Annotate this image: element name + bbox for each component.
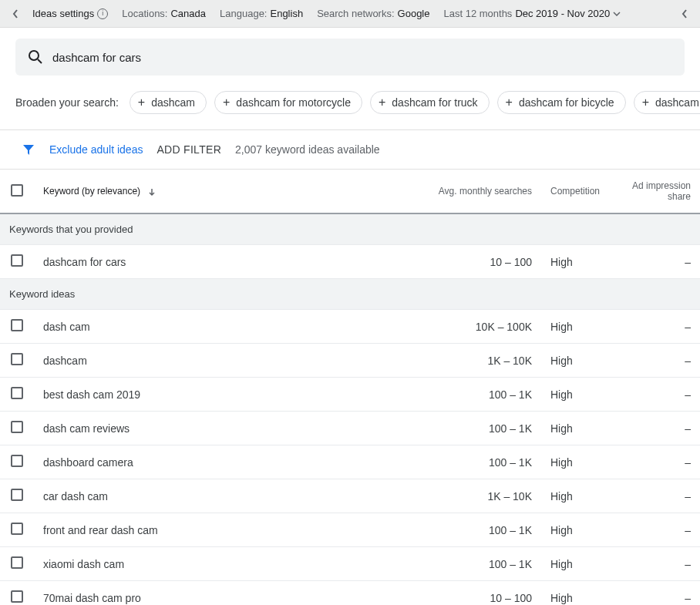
keyword-cell: dashcam for cars [34, 245, 421, 279]
impression-cell: – [615, 445, 700, 479]
locations-label: Locations: [122, 8, 167, 19]
competition-cell: High [541, 245, 615, 279]
competition-cell: High [541, 310, 615, 344]
impression-cell: – [615, 310, 700, 344]
networks-value: Google [398, 8, 430, 19]
searches-cell: 100 – 1K [421, 378, 541, 412]
competition-cell: High [541, 445, 615, 479]
table-row[interactable]: dashboard camera100 – 1KHigh– [0, 445, 700, 479]
svg-point-0 [29, 51, 39, 60]
table-row[interactable]: car dash cam1K – 10KHigh– [0, 479, 700, 513]
searches-cell: 100 – 1K [421, 547, 541, 581]
plus-icon: + [138, 96, 145, 109]
svg-line-1 [38, 59, 42, 63]
filter-icon[interactable] [22, 143, 35, 156]
row-checkbox[interactable] [11, 421, 23, 433]
table-section-header: Keywords that you provided [0, 213, 700, 245]
broaden-chip[interactable]: +dashcam for bicycle [497, 91, 626, 114]
back-button[interactable] [5, 3, 26, 25]
sort-down-icon[interactable] [147, 187, 156, 197]
language-selector[interactable]: Language: English [220, 8, 303, 19]
collapse-right-button[interactable] [674, 3, 695, 25]
date-range-selector[interactable]: Last 12 months Dec 2019 - Nov 2020 [443, 8, 621, 19]
searches-cell: 100 – 1K [421, 445, 541, 479]
locations-selector[interactable]: Locations: Canada [122, 8, 206, 19]
plus-icon: + [379, 96, 385, 109]
impression-header[interactable]: Ad impression share [632, 180, 691, 202]
searches-cell: 100 – 1K [421, 513, 541, 547]
row-checkbox[interactable] [11, 455, 23, 467]
ideas-settings-label: Ideas settings [32, 8, 94, 19]
chip-label: dashcam for bicycle [519, 96, 614, 109]
exclude-adult-link[interactable]: Exclude adult ideas [49, 143, 143, 156]
broaden-chip[interactable]: +dashcam for motorcycle [214, 91, 362, 114]
filter-bar: Exclude adult ideas ADD FILTER 2,007 key… [0, 130, 700, 170]
table-row[interactable]: best dash cam 2019100 – 1KHigh– [0, 378, 700, 412]
table-row[interactable]: xiaomi dash cam100 – 1KHigh– [0, 547, 700, 581]
search-input[interactable] [52, 51, 672, 64]
competition-cell: High [541, 412, 615, 445]
competition-cell: High [541, 547, 615, 581]
broaden-chip[interactable]: +dashcam for van [634, 91, 700, 114]
date-period-label: Last 12 months [443, 8, 512, 19]
impression-cell: – [615, 513, 700, 547]
competition-cell: High [541, 513, 615, 547]
networks-selector[interactable]: Search networks: Google [317, 8, 429, 19]
row-checkbox[interactable] [11, 489, 23, 501]
searches-cell: 10 – 100 [421, 245, 541, 279]
searches-cell: 100 – 1K [421, 412, 541, 445]
table-row[interactable]: dashcam for cars10 – 100High– [0, 245, 700, 279]
impression-cell: – [615, 479, 700, 513]
impression-cell: – [615, 344, 700, 378]
impression-cell: – [615, 378, 700, 412]
language-value: English [270, 8, 303, 19]
table-section-header: Keyword ideas [0, 279, 700, 310]
keyword-table: Keyword (by relevance) Avg. monthly sear… [0, 170, 700, 605]
search-icon [28, 49, 43, 65]
table-row[interactable]: dash cam reviews100 – 1KHigh– [0, 412, 700, 445]
row-checkbox[interactable] [11, 523, 23, 535]
competition-header[interactable]: Competition [550, 186, 600, 197]
top-settings-bar: Ideas settings i Locations: Canada Langu… [0, 0, 700, 28]
keyword-cell: car dash cam [34, 479, 421, 513]
row-checkbox[interactable] [11, 319, 23, 331]
searches-cell: 1K – 10K [421, 344, 541, 378]
keyword-cell: dashcam [34, 344, 421, 378]
row-checkbox[interactable] [11, 556, 23, 569]
chevron-left-icon [681, 8, 688, 19]
ideas-settings-button[interactable]: Ideas settings i [32, 8, 108, 19]
search-box[interactable] [15, 39, 685, 76]
broaden-search-row: Broaden your search: +dashcam+dashcam fo… [0, 83, 700, 130]
select-all-checkbox[interactable] [11, 184, 23, 197]
table-row[interactable]: dash cam10K – 100KHigh– [0, 310, 700, 344]
chip-label: dashcam for motorcycle [236, 96, 351, 109]
broaden-chip[interactable]: +dashcam for truck [370, 91, 490, 114]
info-icon: i [97, 8, 108, 19]
competition-cell: High [541, 378, 615, 412]
add-filter-button[interactable]: ADD FILTER [156, 143, 221, 156]
chip-label: dashcam for truck [392, 96, 477, 109]
table-row[interactable]: dashcam1K – 10KHigh– [0, 344, 700, 378]
impression-cell: – [615, 547, 700, 581]
row-checkbox[interactable] [11, 353, 23, 365]
search-section [0, 28, 700, 83]
searches-header[interactable]: Avg. monthly searches [439, 186, 532, 197]
broaden-chip[interactable]: +dashcam [130, 91, 207, 114]
keyword-cell: front and rear dash cam [34, 513, 421, 547]
chip-label: dashcam for van [655, 96, 700, 109]
row-checkbox[interactable] [11, 254, 23, 267]
table-row[interactable]: 70mai dash cam pro10 – 100High– [0, 581, 700, 606]
table-row[interactable]: front and rear dash cam100 – 1KHigh– [0, 513, 700, 547]
networks-label: Search networks: [317, 8, 394, 19]
chevron-left-icon [12, 8, 19, 19]
row-checkbox[interactable] [11, 590, 23, 603]
keyword-cell: dash cam reviews [34, 412, 421, 445]
language-label: Language: [220, 8, 267, 19]
row-checkbox[interactable] [11, 387, 23, 399]
keyword-cell: best dash cam 2019 [34, 378, 421, 412]
searches-cell: 1K – 10K [421, 479, 541, 513]
competition-cell: High [541, 344, 615, 378]
competition-cell: High [541, 479, 615, 513]
keyword-header[interactable]: Keyword (by relevance) [43, 186, 140, 197]
keyword-cell: 70mai dash cam pro [34, 581, 421, 606]
